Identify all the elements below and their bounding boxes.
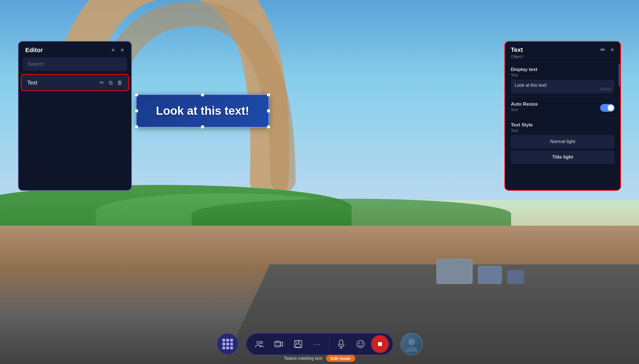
more-icon: ···	[314, 340, 321, 348]
display-text-section: Display text Text Look at this text! 18/…	[505, 62, 620, 97]
handle-br[interactable]	[267, 125, 270, 129]
svg-point-15	[357, 340, 364, 348]
handle-bm[interactable]	[201, 125, 204, 129]
apps-dot	[222, 343, 225, 345]
edit-mode-badge[interactable]: Edit mode	[326, 355, 355, 362]
display-text-value: Look at this text!	[515, 83, 547, 88]
svg-point-0	[257, 341, 259, 344]
text-item-row[interactable]: Text ✏ ⧉ 🗑	[21, 74, 129, 91]
search-container	[23, 58, 127, 71]
props-header-actions: ✏ ×	[600, 46, 615, 54]
edit-item-icon[interactable]: ✏	[100, 79, 104, 86]
apps-grid	[222, 339, 233, 349]
auto-resize-toggle[interactable]	[600, 104, 615, 112]
handle-tl[interactable]	[135, 93, 138, 96]
handle-tr[interactable]	[267, 93, 270, 96]
editor-header: Editor + ×	[19, 42, 131, 58]
taskbar-pill: ···	[246, 333, 393, 355]
record-button[interactable]	[371, 335, 389, 353]
close-editor-button[interactable]: ×	[120, 47, 125, 54]
delete-item-icon[interactable]: 🗑	[117, 80, 123, 86]
camera-button[interactable]	[270, 335, 287, 353]
editor-panel: Editor + × Text ✏ ⧉ 🗑	[18, 41, 132, 191]
billboard-text: Look at this text!	[156, 104, 249, 118]
apps-dot	[222, 347, 225, 349]
avatar-icon	[403, 336, 420, 352]
camera-icon	[274, 340, 283, 348]
props-edit-icon[interactable]: ✏	[600, 46, 606, 54]
apps-dot	[230, 347, 233, 349]
svg-rect-18	[378, 342, 382, 346]
scrollbar[interactable]	[618, 64, 620, 86]
taskbar-divider	[329, 337, 329, 351]
close-props-button[interactable]: ×	[610, 46, 615, 54]
svg-rect-12	[339, 340, 343, 345]
mic-icon	[337, 340, 345, 348]
auto-resize-label-group: Auto Resize Text	[511, 101, 538, 114]
furniture	[436, 259, 524, 284]
normal-light-option[interactable]: Normal light	[511, 135, 615, 148]
people-button[interactable]	[250, 335, 268, 353]
auto-resize-section: Auto Resize Text	[505, 97, 620, 118]
people-icon	[255, 340, 264, 348]
display-text-type: Text	[511, 73, 615, 77]
text-item-label: Text	[27, 80, 37, 86]
properties-panel: Text Object ✏ × Display text Text Look a…	[504, 41, 621, 191]
handle-mr[interactable]	[267, 109, 270, 113]
props-title: Text	[511, 46, 523, 54]
text-style-label: Text Style	[511, 122, 615, 128]
editor-title: Editor	[25, 47, 43, 54]
svg-point-17	[361, 343, 362, 344]
svg-point-16	[358, 343, 360, 344]
status-bar: Teams meeting text Edit mode	[284, 355, 355, 362]
props-subtitle: Object	[511, 54, 523, 59]
mic-button[interactable]	[332, 335, 350, 353]
apps-dot	[226, 347, 229, 349]
apps-dot	[230, 343, 233, 345]
apps-dot	[230, 339, 233, 342]
handle-bl[interactable]	[135, 125, 138, 129]
text-style-type: Text	[511, 128, 615, 133]
display-text-value-box[interactable]: Look at this text! 18/500	[511, 80, 615, 93]
more-button[interactable]: ···	[309, 335, 326, 353]
display-text-label: Display text	[511, 67, 615, 72]
search-input[interactable]	[28, 61, 122, 67]
auto-resize-row: Auto Resize Text	[511, 101, 615, 114]
props-header: Text Object ✏ ×	[505, 42, 620, 62]
auto-resize-type: Text	[511, 108, 538, 112]
auto-resize-label: Auto Resize	[511, 101, 538, 107]
save-icon	[294, 340, 302, 348]
add-button[interactable]: +	[111, 47, 115, 54]
apps-dot	[222, 339, 225, 342]
apps-dot	[226, 339, 229, 342]
svg-rect-2	[275, 341, 280, 347]
emoji-button[interactable]	[352, 335, 369, 353]
editor-header-actions: + ×	[111, 47, 125, 54]
meeting-text: Teams meeting text	[284, 356, 322, 361]
svg-rect-20	[403, 336, 420, 352]
apps-dot	[226, 343, 229, 345]
taskbar-container: ···	[216, 333, 423, 355]
handle-tm[interactable]	[201, 93, 204, 96]
apps-button[interactable]	[216, 333, 239, 355]
emoji-icon	[356, 340, 365, 348]
avatar-button[interactable]	[400, 333, 423, 355]
copy-item-icon[interactable]: ⧉	[109, 80, 113, 86]
svg-rect-9	[296, 340, 299, 343]
svg-marker-3	[280, 342, 282, 346]
props-title-group: Text Object	[511, 46, 523, 59]
svg-rect-10	[295, 344, 300, 347]
handle-ml[interactable]	[135, 109, 138, 113]
toggle-knob	[608, 105, 614, 111]
props-body: Display text Text Look at this text! 18/…	[505, 62, 620, 190]
text-style-section: Text Style Text Normal light Title light	[505, 118, 620, 169]
text-billboard[interactable]: Look at this text!	[136, 94, 269, 128]
title-light-option[interactable]: Title light	[511, 151, 615, 164]
record-icon	[376, 340, 384, 348]
text-item-actions: ✏ ⧉ 🗑	[100, 79, 123, 86]
svg-point-1	[260, 341, 262, 343]
save-button[interactable]	[289, 335, 307, 353]
char-count: 18/500	[600, 87, 611, 91]
